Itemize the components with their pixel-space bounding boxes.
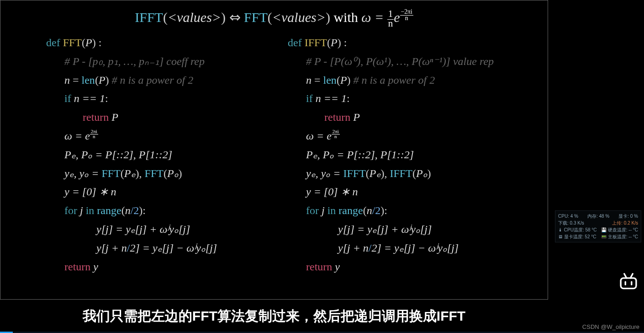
rec-lhs: yₑ, yₒ =	[64, 167, 99, 179]
content-frame: IFFT(<values>) ⇔ FFT(<values>) with ω = …	[0, 0, 548, 300]
body2b-r: 2] = yₑ[j] − ωʲyₒ[j]	[372, 242, 459, 254]
for-kw-r: for	[306, 204, 319, 216]
len-fn: len	[82, 74, 95, 86]
omega-bot-r: n	[333, 134, 338, 139]
system-monitor-overlay: CPU: 4 %内存: 48 %显卡: 0 % 下载: 0.3 K/s上传: 0…	[555, 210, 641, 242]
rec-b: Pₒ	[167, 167, 179, 179]
ifft-comment-rep: # P - [P(ω⁰), P(ω¹), …, P(ωⁿ⁻¹)] value r…	[288, 54, 511, 70]
return-kw: return	[83, 111, 109, 123]
n-var-r: n	[306, 74, 311, 86]
range-fn: range	[97, 204, 121, 216]
download-speed: 下载: 0.3 K/s	[558, 220, 584, 226]
gpu-temp: 🖥 显卡温度: 52 °C	[558, 233, 596, 240]
one-over-n-bot: n	[387, 18, 394, 29]
bilibili-icon	[618, 273, 639, 290]
range-n-r: n	[367, 204, 372, 216]
mem-usage: 内存: 48 %	[587, 213, 609, 220]
len-arg: P	[99, 74, 106, 86]
if-kw-r: if	[306, 92, 313, 104]
len-arg-r: P	[340, 74, 347, 86]
fft-fn-name: FFT	[63, 37, 82, 48]
omega-eq: ω =	[361, 10, 384, 25]
iff-arrow: ⇔	[229, 10, 241, 25]
return-y: y	[93, 261, 98, 273]
omega-lhs: ω = e	[64, 130, 90, 142]
eq-test: n == 1	[74, 92, 105, 104]
in-kw-r: in	[327, 204, 336, 216]
body1-r: y[j] = yₑ[j] + ωʲyₒ[j]	[288, 221, 511, 237]
body2a-r: y[j + n	[338, 242, 369, 254]
return-kw-2: return	[64, 261, 90, 273]
mb-temp: 📟 主板温度: -- °C	[601, 233, 638, 240]
body2a: y[j + n	[96, 242, 127, 254]
j-var-r: j	[322, 204, 325, 216]
rec-a: Pₑ	[124, 167, 136, 179]
return-kw-2-r: return	[306, 261, 332, 273]
upload-speed: 上传: 0.2 K/s	[612, 220, 638, 226]
fft-comment-rep: # P - [p₀, p₁, …, pₙ₋₁] coeff rep	[46, 54, 269, 70]
cpu-usage: CPU: 4 %	[558, 213, 578, 220]
ifft-arg: P	[331, 37, 338, 48]
svg-rect-0	[621, 278, 636, 289]
rec-call-2-r: IFFT	[390, 167, 412, 179]
def-kw-r: def	[288, 37, 302, 48]
rec-call-1-r: IFFT	[343, 167, 366, 179]
rec-b-r: Pₒ	[416, 167, 428, 179]
yinit-r: y = [0] ∗ n	[306, 186, 358, 198]
body2b: 2] = yₑ[j] − ωʲyₒ[j]	[130, 242, 217, 254]
len-fn-r: len	[323, 74, 337, 86]
with-text: with	[333, 10, 358, 25]
header-formula: IFFT(<values>) ⇔ FFT(<values>) with ω = …	[0, 9, 548, 28]
omega-lhs-r: ω = e	[306, 130, 332, 142]
return-y-r: y	[335, 261, 340, 273]
j-var: j	[80, 204, 83, 216]
n-var: n	[64, 74, 70, 86]
rec-lhs-r: yₑ, yₒ =	[306, 167, 341, 179]
rec-a-r: Pₑ	[370, 167, 381, 179]
fft-arg: P	[85, 37, 92, 48]
ifft-fn-name: IFFT	[305, 37, 327, 48]
subtitle-caption: 我们只需把左边的FFT算法复制过来，然后把递归调用换成IFFT	[0, 307, 548, 326]
range-fn-r: range	[338, 204, 363, 216]
range-2-r: 2	[375, 204, 380, 216]
in-kw: in	[86, 204, 95, 216]
return-p-r: P	[353, 111, 360, 123]
if-kw: if	[64, 92, 71, 104]
exp-bot: n	[404, 15, 409, 21]
pow2-comment-r: # n is a power of 2	[354, 74, 435, 86]
split-line-r: Pₑ, Pₒ = P[::2], P[1::2]	[288, 147, 511, 163]
split-line: Pₑ, Pₒ = P[::2], P[1::2]	[46, 147, 269, 163]
pow2-comment: # n is a power of 2	[112, 74, 194, 86]
eq-test-r: n == 1	[316, 92, 347, 104]
yinit: y = [0] ∗ n	[64, 186, 116, 198]
range-n: n	[125, 204, 131, 216]
csdn-watermark: CSDN @W_oilpicture	[582, 323, 639, 330]
hdd-temp: 💾 硬盘温度: -- °C	[601, 226, 638, 233]
fft-column: def FFT(P) : # P - [p₀, p₁, …, pₙ₋₁] coe…	[46, 32, 269, 277]
range-2: 2	[133, 204, 139, 216]
rec-call-2: FFT	[145, 167, 164, 179]
return-kw-r: return	[324, 111, 350, 123]
return-p: P	[111, 111, 118, 123]
gpu-usage: 显卡: 0 %	[618, 213, 638, 220]
header-values-left: <values>	[168, 10, 221, 25]
body1: y[j] = yₑ[j] + ωʲyₒ[j]	[46, 221, 269, 237]
header-values-right: <values>	[272, 10, 326, 25]
omega-bot: n	[92, 134, 96, 139]
ifft-label: IFFT	[135, 10, 163, 25]
cpu-temp: 🌡 CPU温度: 58 °C	[558, 226, 597, 233]
fft-label: FFT	[244, 10, 268, 25]
for-kw: for	[64, 204, 77, 216]
def-kw: def	[46, 37, 60, 48]
e-text: e	[394, 10, 400, 25]
rec-call-1: FFT	[102, 167, 121, 179]
ifft-column: def IFFT(P) : # P - [P(ω⁰), P(ω¹), …, P(…	[288, 32, 511, 277]
